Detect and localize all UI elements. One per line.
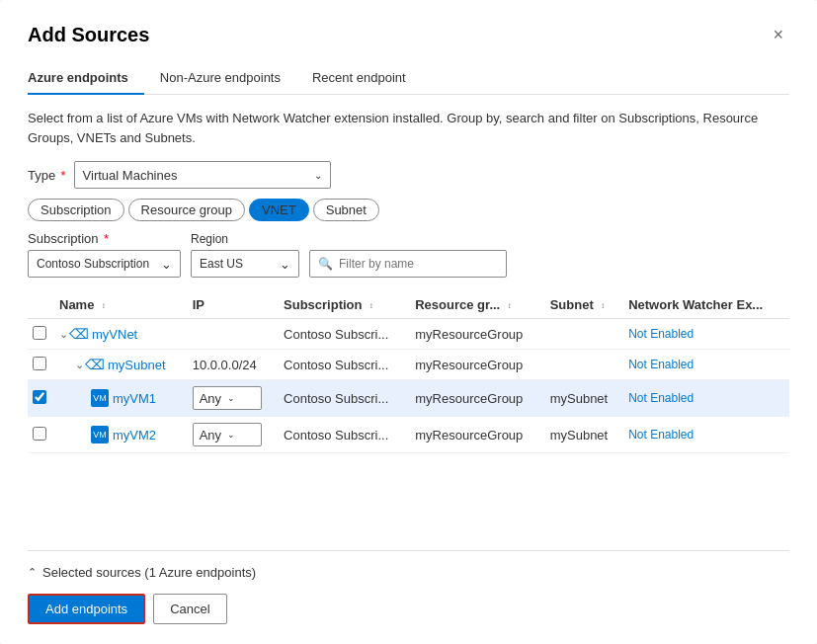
- endpoints-table: Name ↕ IP Subscription ↕ Resource gr... …: [28, 291, 789, 453]
- vm2-subnet-cell: mySubnet: [546, 417, 624, 453]
- subnet-expand-icon[interactable]: ⌄: [75, 359, 84, 371]
- vm1-ip-cell[interactable]: Any ⌄: [189, 380, 280, 417]
- vnet-expand-icon[interactable]: ⌄: [59, 328, 68, 341]
- vm2-checkbox[interactable]: [33, 427, 46, 441]
- vnet-nw-status: Not Enabled: [628, 327, 694, 341]
- tab-recent-endpoint[interactable]: Recent endpoint: [296, 62, 422, 95]
- subscription-sort-icon[interactable]: ↕: [369, 302, 373, 310]
- add-endpoints-button[interactable]: Add endpoints: [28, 594, 145, 624]
- type-required: *: [61, 168, 66, 183]
- tabs-container: Azure endpoints Non-Azure endpoints Rece…: [28, 62, 789, 95]
- search-box[interactable]: 🔍: [309, 250, 507, 278]
- vnet-subscription-cell: Contoso Subscri...: [280, 319, 411, 350]
- table-row: VM myVM1 Any ⌄ Contoso Subscri... myReso…: [28, 380, 789, 417]
- subscription-required: *: [104, 231, 109, 246]
- filter-pill-subscription[interactable]: Subscription: [28, 199, 124, 221]
- subnet-name-cell: ⌄ ⌫ mySubnet: [55, 350, 189, 380]
- col-resource-group: Resource gr... ↕: [411, 291, 545, 319]
- search-input[interactable]: [339, 257, 498, 271]
- type-select-value: Virtual Machines: [83, 168, 306, 183]
- vm1-checkbox[interactable]: [33, 390, 46, 404]
- vm1-subnet-cell: mySubnet: [546, 380, 624, 417]
- dialog-header: Add Sources ×: [28, 24, 789, 46]
- vnet-checkbox-cell[interactable]: [28, 319, 55, 350]
- type-field-row: Type * Virtual Machines ⌄: [28, 161, 789, 189]
- type-label: Type *: [28, 168, 66, 183]
- subscription-select[interactable]: Contoso Subscription ⌄: [28, 250, 181, 278]
- subnet-icon: ⌫: [86, 356, 104, 373]
- search-icon: 🔍: [318, 257, 333, 271]
- vm2-resource-group-cell: myResourceGroup: [411, 417, 545, 453]
- vnet-ip-cell: [189, 319, 280, 350]
- subnet-nw-status: Not Enabled: [628, 358, 694, 371]
- search-col: 🔍: [309, 232, 507, 278]
- vnet-checkbox[interactable]: [33, 326, 46, 340]
- selected-sources-chevron: ⌃: [28, 566, 37, 579]
- subscription-select-value: Contoso Subscription: [37, 257, 161, 271]
- subnet-checkbox[interactable]: [33, 357, 46, 370]
- region-filter-col: Region East US ⌄: [191, 232, 299, 278]
- region-chevron: ⌄: [280, 257, 290, 272]
- col-subnet: Subnet ↕: [546, 291, 624, 319]
- vm1-nw-status: Not Enabled: [628, 391, 694, 405]
- subnet-resource-group-cell: myResourceGroup: [411, 350, 545, 380]
- vm2-name-link[interactable]: myVM2: [113, 428, 156, 443]
- tab-non-azure-endpoints[interactable]: Non-Azure endpoints: [144, 62, 296, 95]
- description-text: Select from a list of Azure VMs with Net…: [28, 109, 789, 147]
- col-name: Name ↕: [55, 291, 189, 319]
- type-select[interactable]: Virtual Machines ⌄: [74, 161, 331, 189]
- vm2-icon: VM: [91, 426, 109, 443]
- vm1-name-link[interactable]: myVM1: [113, 391, 156, 406]
- close-button[interactable]: ×: [767, 24, 789, 45]
- resource-group-sort-icon[interactable]: ↕: [508, 302, 512, 310]
- subnet-ip-cell: 10.0.0.0/24: [189, 350, 280, 380]
- region-select-value: East US: [200, 257, 280, 271]
- table-row: VM myVM2 Any ⌄ Contoso Subscri... myReso…: [28, 417, 789, 453]
- footer-buttons: Add endpoints Cancel: [28, 594, 789, 624]
- vm1-nw-cell: Not Enabled: [624, 380, 789, 417]
- subscription-chevron: ⌄: [161, 257, 172, 272]
- subnet-subscription-cell: Contoso Subscri...: [280, 350, 411, 380]
- filter-pill-resource-group[interactable]: Resource group: [128, 199, 246, 221]
- subnet-checkbox-cell[interactable]: [28, 350, 55, 380]
- add-sources-dialog: Add Sources × Azure endpoints Non-Azure …: [0, 0, 817, 644]
- table-row: ⌄ ⌫ myVNet Contoso Subscri... myResource…: [28, 319, 789, 350]
- vm1-ip-select[interactable]: Any ⌄: [193, 386, 262, 410]
- filter-pills-group: Subscription Resource group VNET Subnet: [28, 199, 789, 221]
- vnet-resource-group-cell: myResourceGroup: [411, 319, 545, 350]
- selected-sources-label: Selected sources (1 Azure endpoints): [42, 565, 256, 580]
- subnet-name-link[interactable]: mySubnet: [108, 358, 166, 372]
- vm2-ip-select[interactable]: Any ⌄: [193, 423, 262, 446]
- vm2-checkbox-cell[interactable]: [28, 417, 55, 453]
- subnet-sort-icon[interactable]: ↕: [601, 302, 605, 310]
- vm1-checkbox-cell[interactable]: [28, 380, 55, 417]
- vnet-nw-cell: Not Enabled: [624, 319, 789, 350]
- filter-pill-subnet[interactable]: Subnet: [313, 199, 379, 221]
- vnet-subnet-cell: [546, 319, 624, 350]
- tab-azure-endpoints[interactable]: Azure endpoints: [28, 62, 144, 95]
- name-sort-icon[interactable]: ↕: [102, 302, 106, 310]
- selected-sources-toggle[interactable]: ⌃ Selected sources (1 Azure endpoints): [28, 565, 789, 580]
- vm1-resource-group-cell: myResourceGroup: [411, 380, 545, 417]
- table-header-row: Name ↕ IP Subscription ↕ Resource gr... …: [28, 291, 789, 319]
- type-select-chevron: ⌄: [314, 170, 322, 181]
- col-ip: IP: [189, 291, 280, 319]
- vm1-icon: VM: [91, 389, 109, 407]
- subscription-filter-label: Subscription *: [28, 231, 181, 246]
- vnet-name-cell: ⌄ ⌫ myVNet: [55, 319, 189, 350]
- vm1-ip-chevron: ⌄: [227, 393, 235, 403]
- vm2-nw-cell: Not Enabled: [624, 417, 789, 453]
- filters-row: Subscription * Contoso Subscription ⌄ Re…: [28, 231, 789, 278]
- cancel-button[interactable]: Cancel: [153, 594, 226, 624]
- vm2-subscription-cell: Contoso Subscri...: [280, 417, 411, 453]
- subnet-nw-cell: Not Enabled: [624, 350, 789, 380]
- vnet-name-link[interactable]: myVNet: [92, 327, 137, 342]
- vm2-ip-cell[interactable]: Any ⌄: [189, 417, 280, 453]
- filter-pill-vnet[interactable]: VNET: [249, 199, 309, 221]
- col-subscription: Subscription ↕: [280, 291, 411, 319]
- col-network-watcher: Network Watcher Ex...: [624, 291, 789, 319]
- region-select[interactable]: East US ⌄: [191, 250, 299, 278]
- dialog-title: Add Sources: [28, 24, 149, 46]
- vm1-name-cell: VM myVM1: [55, 380, 189, 417]
- vm2-name-cell: VM myVM2: [55, 417, 189, 453]
